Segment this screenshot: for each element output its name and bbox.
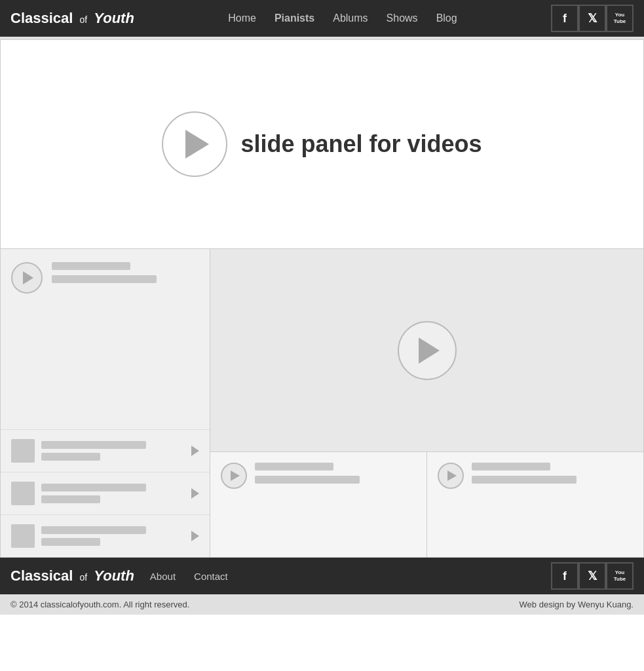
footer-facebook-icon[interactable]: f	[551, 562, 578, 590]
list-title-bar	[41, 441, 146, 449]
card2-play-button[interactable]	[438, 463, 464, 489]
card2-text	[472, 463, 633, 484]
right-bottom-cards	[210, 452, 643, 557]
main-video-play-button[interactable]	[398, 321, 457, 380]
footer-logo: Classical of Youth	[10, 567, 134, 585]
logo-of: of	[80, 14, 88, 25]
main-content	[0, 249, 644, 558]
nav-albums[interactable]: Ablums	[333, 12, 368, 24]
card2-play-icon	[447, 470, 457, 481]
list-play-icon	[191, 531, 199, 541]
hero-play-button[interactable]	[162, 111, 227, 177]
list-thumb	[11, 439, 35, 463]
list-sub-bar	[41, 453, 100, 461]
featured-title-bar	[52, 262, 130, 270]
list-item[interactable]	[1, 429, 210, 472]
card2-sub-bar	[472, 476, 577, 484]
main-video-play-icon	[419, 337, 440, 364]
facebook-icon[interactable]: f	[551, 5, 578, 32]
main-video-area	[210, 249, 643, 452]
footer-youtube-icon[interactable]: You Tube	[606, 562, 634, 590]
logo-classical: Classical	[10, 10, 73, 26]
footer-nav-about[interactable]: About	[150, 571, 176, 582]
left-list	[1, 429, 210, 557]
card1-text	[255, 463, 416, 484]
left-featured-item	[1, 249, 210, 304]
list-play-icon	[191, 446, 199, 456]
list-item[interactable]	[1, 472, 210, 514]
hero-play-icon	[185, 130, 209, 159]
hero-title: slide panel for videos	[240, 130, 482, 158]
list-text	[41, 526, 185, 546]
list-text	[41, 441, 185, 461]
featured-text	[52, 262, 199, 283]
site-header: Classical of Youth Home Pianists Ablums …	[0, 0, 644, 37]
card1-title-bar	[255, 463, 333, 470]
footer-nav-contact[interactable]: Contact	[194, 571, 228, 582]
bottom-card-2	[427, 452, 643, 557]
list-item[interactable]	[1, 514, 210, 557]
card1-play-icon	[231, 470, 240, 481]
nav-home[interactable]: Home	[228, 12, 256, 24]
social-icons: f 𝕏 You Tube	[551, 5, 634, 32]
nav-blog[interactable]: Blog	[436, 12, 457, 24]
nav-shows[interactable]: Shows	[387, 12, 418, 24]
logo-youth: Youth	[94, 10, 134, 26]
footer-nav: About Contact	[150, 571, 228, 582]
card1-sub-bar	[255, 476, 360, 484]
featured-play-button[interactable]	[11, 262, 43, 294]
credit-text: Web design by Wenyu Kuang.	[520, 600, 634, 609]
footer-bottom: © 2014 classicalofyouth.com. All right r…	[0, 594, 644, 615]
twitter-icon[interactable]: 𝕏	[578, 5, 606, 32]
nav-pianists[interactable]: Pianists	[275, 12, 314, 24]
left-panel-spacer	[1, 304, 210, 429]
list-thumb	[11, 524, 35, 548]
list-title-bar	[41, 526, 146, 534]
copyright-text: © 2014 classicalofyouth.com. All right r…	[10, 600, 189, 609]
footer-logo-youth: Youth	[94, 567, 134, 584]
footer-social-icons: f 𝕏 You Tube	[551, 562, 634, 590]
youtube-icon[interactable]: You Tube	[606, 5, 634, 32]
main-nav: Home Pianists Ablums Shows Blog	[228, 12, 457, 24]
list-sub-bar	[41, 495, 100, 503]
list-play-icon	[191, 488, 199, 499]
list-title-bar	[41, 484, 146, 491]
featured-subtitle-bar	[52, 275, 157, 283]
footer-logo-of: of	[80, 572, 88, 583]
footer-twitter-icon[interactable]: 𝕏	[578, 562, 606, 590]
right-panel	[210, 249, 643, 557]
footer-top: Classical of Youth About Contact f 𝕏 You…	[0, 558, 644, 594]
featured-play-icon	[23, 271, 33, 284]
list-thumb	[11, 482, 35, 505]
card1-play-button[interactable]	[221, 463, 247, 489]
footer-logo-classical: Classical	[10, 567, 73, 584]
list-sub-bar	[41, 538, 100, 546]
hero-section: slide panel for videos	[0, 39, 644, 249]
header-logo: Classical of Youth	[10, 10, 134, 27]
bottom-card-1	[210, 452, 427, 557]
card2-title-bar	[472, 463, 550, 470]
list-text	[41, 484, 185, 503]
left-panel	[1, 249, 210, 557]
